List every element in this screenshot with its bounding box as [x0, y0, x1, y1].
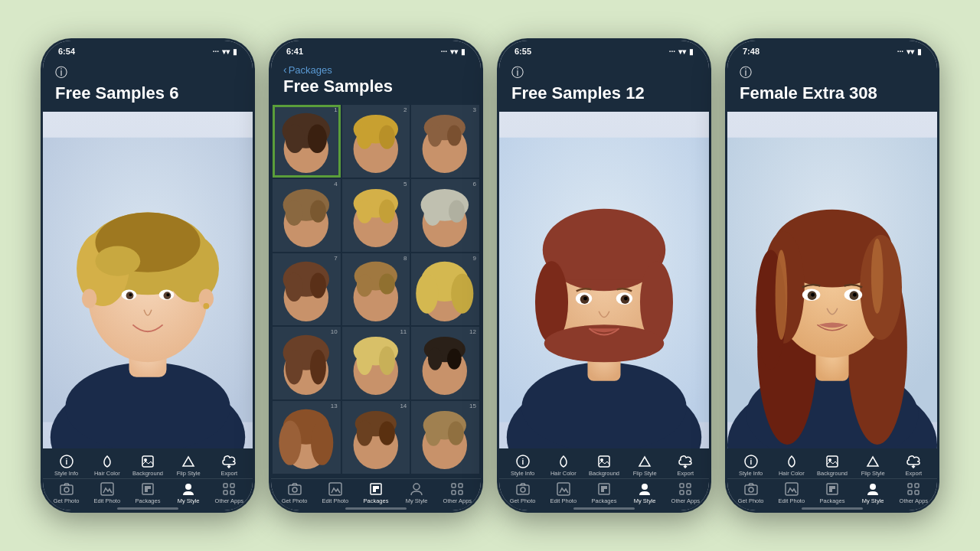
- tb-background-4[interactable]: Background: [817, 453, 848, 477]
- tb-hair-color-4[interactable]: Hair Color: [776, 453, 807, 477]
- phone-4: 7:48 ··· ▾▾ ▮ ⓘ Female Extra 308: [725, 38, 939, 513]
- grid-cell-13[interactable]: 13: [273, 401, 341, 474]
- tb-style-info-icon-4: i: [743, 453, 760, 470]
- svg-point-138: [624, 297, 628, 301]
- svg-point-85: [310, 350, 326, 385]
- tb-export-4[interactable]: Export: [898, 453, 929, 477]
- tb-packages-4[interactable]: Packages: [817, 481, 848, 504]
- tb-other-apps-4[interactable]: Other Apps: [898, 481, 929, 504]
- grid-cell-10[interactable]: 10: [273, 327, 341, 399]
- tb-get-photo-1[interactable]: Get Photo: [51, 481, 82, 504]
- grid-cell-5[interactable]: 5: [342, 179, 410, 252]
- tb-other-apps-label-4: Other Apps: [900, 498, 929, 504]
- svg-point-31: [185, 484, 191, 490]
- tb-export-3[interactable]: Export: [670, 453, 701, 477]
- grid-cell-8[interactable]: 8: [342, 253, 410, 326]
- svg-point-54: [286, 200, 303, 225]
- tb-get-photo-icon-3: [514, 481, 531, 497]
- grid-cell-11[interactable]: 11: [342, 327, 410, 399]
- tb-background-1[interactable]: Background: [132, 453, 163, 477]
- tb-hair-color-label-4: Hair Color: [779, 471, 805, 477]
- tb-style-info-label-1: Style Info: [54, 471, 78, 477]
- svg-point-90: [379, 347, 395, 376]
- svg-marker-179: [867, 457, 878, 466]
- svg-rect-148: [601, 486, 604, 489]
- grid-cell-3[interactable]: 3: [411, 105, 479, 178]
- tb-flip-style-icon-1: [180, 453, 197, 470]
- tb-export-1[interactable]: Export: [214, 453, 244, 477]
- wifi-icon-2: ▾▾: [450, 47, 458, 56]
- grid-cell-4[interactable]: 4: [273, 179, 341, 252]
- tb-background-3[interactable]: Background: [589, 453, 619, 477]
- grid-cell-2[interactable]: 2: [342, 105, 410, 178]
- svg-rect-28: [145, 486, 148, 489]
- phone-4-title: Female Extra 308: [740, 84, 925, 103]
- portrait-area-3: [499, 112, 709, 448]
- tb-packages-1[interactable]: Packages: [132, 481, 163, 504]
- svg-point-80: [451, 273, 473, 313]
- svg-rect-33: [230, 484, 234, 487]
- grid-cell-1[interactable]: 1: [273, 105, 341, 178]
- phone-1-title: Free Samples 6: [55, 84, 240, 103]
- svg-point-145: [521, 487, 525, 492]
- svg-rect-155: [687, 491, 691, 494]
- tb-other-apps-label-1: Other Apps: [215, 498, 244, 504]
- tb-style-info-3[interactable]: i Style Info: [508, 453, 538, 477]
- grid-cell-6[interactable]: 6: [411, 179, 479, 252]
- svg-point-137: [583, 297, 587, 301]
- tb-hair-color-1[interactable]: Hair Color: [92, 453, 122, 477]
- svg-point-187: [870, 484, 876, 490]
- tb-edit-photo-3[interactable]: Edit Photo: [548, 481, 579, 504]
- tb-packages-label-3: Packages: [592, 498, 617, 504]
- status-bar-3: 6:55 ··· ▾▾ ▮: [499, 41, 709, 60]
- tb-flip-style-3[interactable]: Flip Style: [629, 453, 660, 477]
- tb-packages-2[interactable]: Packages: [361, 481, 391, 504]
- grid-cell-15[interactable]: 15: [411, 401, 479, 474]
- tb-edit-photo-2[interactable]: Edit Photo: [320, 481, 351, 504]
- tb-get-photo-4[interactable]: Get Photo: [736, 481, 766, 504]
- tb-flip-style-4[interactable]: Flip Style: [858, 453, 888, 477]
- status-bar-4: 7:48 ··· ▾▾ ▮: [727, 41, 937, 60]
- phone-3-header: ⓘ Free Samples 12: [499, 60, 709, 112]
- svg-rect-29: [148, 486, 151, 489]
- back-link-2[interactable]: ‹ Packages: [283, 64, 469, 76]
- tb-other-apps-1[interactable]: Other Apps: [214, 481, 244, 504]
- info-icon-3[interactable]: ⓘ: [511, 65, 697, 81]
- svg-point-112: [292, 487, 297, 492]
- tb-my-style-2[interactable]: My Style: [401, 481, 432, 504]
- tb-edit-photo-icon-1: [99, 481, 116, 497]
- tb-edit-photo-1[interactable]: Edit Photo: [92, 481, 122, 504]
- tb-hair-color-3[interactable]: Hair Color: [548, 453, 579, 477]
- tb-flip-style-icon-3: [636, 453, 653, 470]
- signal-dots-4: ···: [897, 47, 903, 56]
- tb-packages-3[interactable]: Packages: [589, 481, 619, 504]
- svg-point-118: [413, 484, 420, 490]
- info-icon-4[interactable]: ⓘ: [740, 65, 925, 81]
- grid-cell-14[interactable]: 14: [342, 401, 410, 474]
- tb-other-apps-2[interactable]: Other Apps: [442, 481, 472, 504]
- svg-rect-184: [829, 486, 832, 489]
- svg-rect-177: [827, 456, 838, 467]
- tb-my-style-3[interactable]: My Style: [629, 481, 660, 504]
- grid-cell-9[interactable]: 9: [411, 253, 479, 326]
- grid-cell-7[interactable]: 7: [273, 253, 341, 326]
- tb-edit-photo-4[interactable]: Edit Photo: [776, 481, 807, 504]
- tb-style-info-4[interactable]: i Style Info: [736, 453, 766, 477]
- tb-flip-style-1[interactable]: Flip Style: [173, 453, 204, 477]
- tb-my-style-4[interactable]: My Style: [858, 481, 888, 504]
- grid-cell-12[interactable]: 12: [411, 327, 479, 399]
- tb-edit-photo-icon-4: [783, 481, 800, 497]
- info-icon-1[interactable]: ⓘ: [55, 65, 240, 81]
- tb-get-photo-3[interactable]: Get Photo: [508, 481, 538, 504]
- phone-1-header: ⓘ Free Samples 6: [43, 60, 253, 112]
- svg-point-14: [129, 293, 132, 296]
- svg-point-99: [279, 420, 301, 465]
- svg-point-79: [416, 273, 439, 313]
- wifi-icon-3: ▾▾: [678, 47, 686, 56]
- tb-get-photo-2[interactable]: Get Photo: [279, 481, 310, 504]
- tb-other-apps-3[interactable]: Other Apps: [670, 481, 701, 504]
- tb-my-style-1[interactable]: My Style: [173, 481, 204, 504]
- svg-point-168: [871, 239, 884, 314]
- svg-point-69: [286, 272, 303, 302]
- tb-style-info-1[interactable]: i Style Info: [51, 453, 82, 477]
